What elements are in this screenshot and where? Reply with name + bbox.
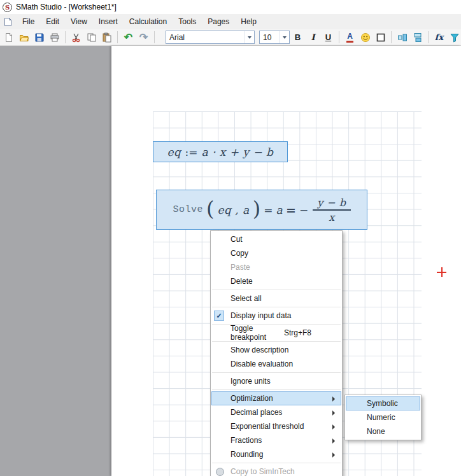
border-square-icon (376, 32, 386, 43)
menu-item-select-all[interactable]: Select all (211, 291, 341, 305)
menu-item-label: Display input data (230, 311, 291, 320)
expression-solve[interactable]: Solve ( eq , a ) = a = − y − b x (156, 190, 367, 230)
math-lhs: eq (167, 146, 181, 158)
open-paren: ( (206, 200, 214, 218)
menu-item-label: Numeric (367, 413, 395, 422)
menu-item-display-input-data[interactable]: ✓ Display input data (211, 309, 341, 323)
menu-calculation[interactable]: Calculation (124, 15, 173, 29)
worksheet-document-icon (4, 17, 12, 27)
print-button[interactable] (47, 31, 62, 45)
crosshair-vertical (441, 267, 443, 277)
toolbar-separator (391, 31, 392, 43)
underline-button[interactable]: U (321, 31, 336, 45)
submenu-item-symbolic[interactable]: Symbolic (346, 396, 420, 410)
menu-separator (212, 307, 341, 307)
menu-item-label: Delete (230, 277, 253, 286)
result-variable: a (276, 204, 283, 216)
menu-item-label: Exponential threshold (230, 422, 304, 431)
background-color-button[interactable] (358, 31, 372, 45)
menu-item-rounding[interactable]: Rounding (211, 447, 341, 461)
italic-button[interactable]: I (306, 31, 320, 45)
menu-pages[interactable]: Pages (202, 15, 235, 29)
border-button[interactable] (373, 31, 388, 45)
context-menu: Cut Copy Paste Delete Select all ✓ Displ… (210, 230, 343, 476)
menu-item-show-description[interactable]: Show description (211, 343, 341, 357)
menu-item-optimization[interactable]: Optimization (211, 391, 341, 405)
workspace: eq := a · x + y − b Solve ( eq , a ) = a… (0, 46, 461, 476)
align-vertical-button[interactable] (410, 31, 425, 45)
menu-shortcut: Strg+F8 (284, 328, 311, 337)
menu-edit[interactable]: Edit (40, 15, 65, 29)
function-button[interactable]: fx (432, 31, 446, 45)
menu-item-label: Toggle breakpoint (230, 324, 284, 342)
math-rhs: a · x + y − b (201, 146, 273, 158)
font-color-icon: A (346, 32, 353, 43)
submenu-arrow-icon (332, 396, 335, 402)
menu-item-copy[interactable]: Copy (211, 246, 341, 260)
menu-tools[interactable]: Tools (173, 15, 202, 29)
menu-item-decimal-places[interactable]: Decimal places (211, 405, 341, 419)
assign-operator: := (185, 146, 197, 158)
function-name: Solve (173, 204, 203, 215)
submenu-item-none[interactable]: None (346, 424, 420, 438)
chevron-down-icon[interactable] (279, 31, 289, 43)
new-document-button[interactable] (1, 31, 16, 45)
redo-button[interactable]: ↷ (136, 31, 151, 45)
function-arguments: eq , a (217, 204, 249, 216)
menu-item-disable-evaluation[interactable]: Disable evaluation (211, 357, 341, 371)
menu-item-label: Cut (230, 235, 243, 244)
menu-item-toggle-breakpoint[interactable]: Toggle breakpoint Strg+F8 (211, 326, 341, 340)
submenu-arrow-icon (332, 452, 335, 458)
toolbar-separator (65, 31, 66, 43)
menu-item-fractions[interactable]: Fractions (211, 433, 341, 447)
open-button[interactable] (17, 31, 31, 45)
simintech-icon (216, 468, 224, 476)
undo-arrow-icon: ↶ (124, 32, 132, 43)
italic-label: I (311, 32, 315, 42)
copy-button[interactable] (84, 31, 99, 45)
worksheet-crosshair-cursor (437, 267, 446, 277)
menu-separator (212, 372, 341, 373)
undo-button[interactable]: ↶ (121, 31, 136, 45)
font-family-select[interactable]: Arial (166, 31, 255, 44)
expression-definition[interactable]: eq := a · x + y − b (153, 141, 288, 162)
new-document-icon (4, 32, 14, 43)
menu-insert[interactable]: Insert (93, 15, 124, 29)
copy-icon (87, 32, 97, 43)
menu-item-label: Optimization (230, 394, 273, 403)
toolbar-separator (428, 31, 429, 43)
menu-file[interactable]: File (17, 15, 40, 29)
menu-item-ignore-units[interactable]: Ignore units (211, 374, 341, 388)
submenu-arrow-icon (332, 438, 335, 444)
checkbox-checked-icon: ✓ (214, 311, 224, 321)
menu-view[interactable]: View (65, 15, 93, 29)
cut-button[interactable] (69, 31, 83, 45)
menubar: File Edit View Insert Calculation Tools … (0, 14, 461, 29)
menu-item-label: Symbolic (367, 399, 398, 408)
menu-item-cut[interactable]: Cut (211, 232, 341, 246)
font-size-select[interactable]: 10 (259, 31, 290, 44)
save-button[interactable] (32, 31, 46, 45)
bold-button[interactable]: B (290, 31, 305, 45)
submenu-item-numeric[interactable]: Numeric (346, 410, 420, 424)
menu-item-label: Select all (230, 294, 262, 303)
menu-item-label: Copy to SimInTech (230, 467, 295, 476)
menu-item-exponential-threshold[interactable]: Exponential threshold (211, 419, 341, 433)
align-vertical-icon (413, 32, 423, 43)
submenu-arrow-icon (332, 424, 335, 430)
menu-item-label: Copy (230, 249, 248, 258)
toolbar-separator (117, 31, 118, 43)
smath-studio-window: S SMath Studio - [Worksheet1*] File Edit… (0, 0, 461, 476)
chevron-down-icon[interactable] (244, 31, 254, 43)
font-color-button[interactable]: A (343, 31, 357, 45)
menu-item-delete[interactable]: Delete (211, 274, 341, 288)
menu-item-copy-to-simintech: Copy to SimInTech (211, 465, 341, 476)
menu-item-label: Ignore units (230, 377, 271, 386)
toolbar: ↶ ↷ Arial 10 B I U A (0, 29, 461, 46)
minus-sign: − (299, 204, 308, 216)
filter-button[interactable] (447, 31, 461, 45)
align-horizontal-button[interactable] (395, 31, 409, 45)
menu-help[interactable]: Help (235, 15, 262, 29)
menu-item-label: Paste (230, 263, 250, 272)
paste-button[interactable] (99, 31, 114, 45)
